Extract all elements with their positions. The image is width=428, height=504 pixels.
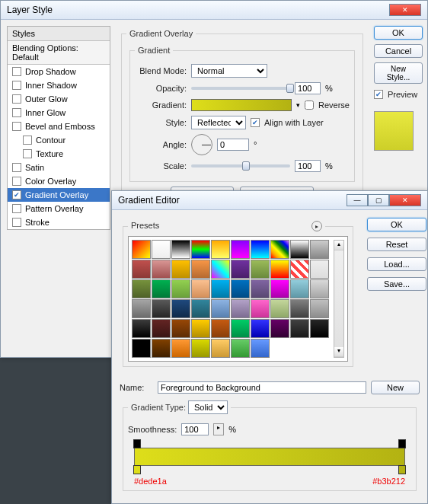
scroll-up-icon[interactable]: ▴ bbox=[334, 241, 343, 250]
preset-swatch[interactable] bbox=[290, 260, 309, 279]
scroll-down-icon[interactable]: ▾ bbox=[334, 347, 343, 357]
preset-swatch[interactable] bbox=[310, 279, 329, 298]
style-item-color-overlay[interactable]: Color Overlay bbox=[8, 174, 110, 188]
preset-swatch[interactable] bbox=[270, 260, 289, 279]
blending-header[interactable]: Blending Options: Default bbox=[8, 41, 110, 65]
color-stop-right[interactable] bbox=[398, 465, 406, 474]
smoothness-stepper-icon[interactable]: ▸ bbox=[213, 423, 224, 435]
scale-input[interactable] bbox=[295, 160, 321, 172]
preset-swatch[interactable] bbox=[171, 299, 190, 318]
minimize-icon[interactable]: — bbox=[347, 194, 368, 206]
preset-swatch[interactable] bbox=[191, 339, 210, 358]
ok-button[interactable]: OK bbox=[374, 26, 423, 40]
opacity-slider[interactable] bbox=[191, 87, 290, 90]
style-item-gradient-overlay[interactable]: ✔Gradient Overlay bbox=[8, 188, 110, 202]
angle-input[interactable] bbox=[217, 139, 249, 151]
preset-swatch[interactable] bbox=[132, 319, 151, 338]
style-item-inner-glow[interactable]: Inner Glow bbox=[8, 106, 110, 120]
style-item-outer-glow[interactable]: Outer Glow bbox=[8, 92, 110, 106]
preset-swatch[interactable] bbox=[251, 299, 270, 318]
style-item-stroke[interactable]: Stroke bbox=[8, 215, 110, 229]
style-checkbox[interactable] bbox=[12, 163, 21, 172]
style-checkbox[interactable] bbox=[12, 218, 21, 227]
styles-header[interactable]: Styles bbox=[8, 27, 110, 41]
preset-swatch[interactable] bbox=[191, 279, 210, 298]
preset-swatch[interactable] bbox=[290, 240, 309, 259]
preset-swatch[interactable] bbox=[251, 240, 270, 259]
style-checkbox[interactable] bbox=[23, 149, 32, 158]
preset-swatch[interactable] bbox=[251, 260, 270, 279]
preset-swatch[interactable] bbox=[270, 319, 289, 338]
new-button[interactable]: New bbox=[371, 381, 420, 394]
gradient-type-select[interactable]: Solid bbox=[188, 400, 228, 414]
preset-swatch[interactable] bbox=[290, 279, 309, 298]
preset-swatch[interactable] bbox=[310, 319, 329, 338]
preset-swatch[interactable] bbox=[132, 260, 151, 279]
opacity-stop-right[interactable] bbox=[398, 439, 406, 448]
ge-ok-button[interactable]: OK bbox=[367, 218, 426, 231]
smoothness-input[interactable] bbox=[181, 423, 209, 435]
preset-swatch[interactable] bbox=[152, 339, 171, 358]
preset-swatch[interactable] bbox=[211, 339, 230, 358]
style-item-inner-shadow[interactable]: Inner Shadow bbox=[8, 78, 110, 92]
preset-swatch[interactable] bbox=[270, 240, 289, 259]
style-checkbox[interactable] bbox=[12, 94, 21, 104]
presets-scrollbar[interactable]: ▴ ▾ bbox=[334, 240, 344, 358]
style-checkbox[interactable] bbox=[23, 136, 32, 145]
gradient-bar[interactable] bbox=[134, 448, 405, 466]
dropdown-icon[interactable]: ▾ bbox=[296, 101, 300, 109]
preset-swatch[interactable] bbox=[290, 299, 309, 318]
preset-swatch[interactable] bbox=[171, 279, 190, 298]
preset-swatch[interactable] bbox=[191, 240, 210, 259]
preset-swatch[interactable] bbox=[211, 240, 230, 259]
preset-swatch[interactable] bbox=[191, 299, 210, 318]
style-item-pattern-overlay[interactable]: Pattern Overlay bbox=[8, 202, 110, 215]
preset-swatch[interactable] bbox=[191, 260, 210, 279]
preset-swatch[interactable] bbox=[211, 299, 230, 318]
preset-swatch[interactable] bbox=[231, 260, 250, 279]
preset-swatch[interactable] bbox=[231, 319, 250, 338]
align-checkbox[interactable]: ✔ bbox=[251, 118, 260, 127]
preset-swatch[interactable] bbox=[310, 299, 329, 318]
preset-swatch[interactable] bbox=[152, 240, 171, 259]
preset-swatch[interactable] bbox=[231, 240, 250, 259]
blend-mode-select[interactable]: Normal bbox=[191, 64, 267, 78]
preset-swatch[interactable] bbox=[171, 260, 190, 279]
preset-swatch[interactable] bbox=[310, 260, 329, 279]
preview-checkbox[interactable]: ✔ bbox=[374, 90, 383, 99]
preset-swatch[interactable] bbox=[251, 319, 270, 338]
style-item-bevel-and-emboss[interactable]: Bevel and Emboss bbox=[8, 120, 110, 133]
opacity-stop-left[interactable] bbox=[133, 439, 141, 448]
scale-slider[interactable] bbox=[191, 164, 290, 167]
preset-swatch[interactable] bbox=[231, 299, 250, 318]
preset-swatch[interactable] bbox=[251, 339, 270, 358]
preset-swatch[interactable] bbox=[132, 279, 151, 298]
preset-swatch[interactable] bbox=[171, 319, 190, 338]
preset-swatch[interactable] bbox=[211, 319, 230, 338]
preset-swatch[interactable] bbox=[132, 299, 151, 318]
angle-dial[interactable] bbox=[191, 134, 212, 155]
preset-swatch[interactable] bbox=[152, 299, 171, 318]
new-style-button[interactable]: New Style... bbox=[374, 62, 423, 84]
preset-swatch[interactable] bbox=[152, 319, 171, 338]
preset-swatch[interactable] bbox=[191, 319, 210, 338]
style-item-drop-shadow[interactable]: Drop Shadow bbox=[8, 65, 110, 78]
preset-swatch[interactable] bbox=[310, 240, 329, 259]
gradient-swatch[interactable] bbox=[191, 99, 292, 111]
preset-swatch[interactable] bbox=[171, 240, 190, 259]
preset-swatch[interactable] bbox=[231, 339, 250, 358]
preset-swatch[interactable] bbox=[152, 260, 171, 279]
maximize-icon[interactable]: ▢ bbox=[368, 194, 389, 206]
preset-swatch[interactable] bbox=[211, 260, 230, 279]
style-checkbox[interactable] bbox=[12, 204, 21, 213]
preset-swatch[interactable] bbox=[171, 339, 190, 358]
preset-swatch[interactable] bbox=[132, 240, 151, 259]
preset-swatch[interactable] bbox=[270, 279, 289, 298]
style-checkbox[interactable] bbox=[12, 177, 21, 186]
preset-swatch[interactable] bbox=[251, 279, 270, 298]
color-stop-left[interactable] bbox=[133, 465, 141, 474]
ge-save-button[interactable]: Save... bbox=[367, 277, 426, 291]
preset-swatch[interactable] bbox=[290, 319, 309, 338]
reverse-checkbox[interactable] bbox=[305, 100, 314, 110]
ge-load-button[interactable]: Load... bbox=[367, 257, 426, 271]
